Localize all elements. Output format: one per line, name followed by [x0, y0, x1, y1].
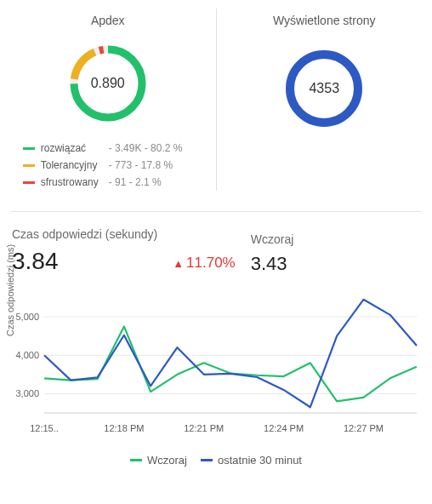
svg-text:12:18 PM: 12:18 PM — [104, 423, 144, 433]
apdex-legend-row: Tolerancyjny- 773 - 17.8 % — [23, 157, 193, 174]
response-value: 3.84 — [12, 248, 157, 275]
pageviews-ring: 4353 — [280, 44, 368, 133]
top-row: Apdex 0.890 rozwiązać- 3.49K - 80.2 %Tol… — [0, 0, 432, 201]
pageviews-value: 4353 — [280, 44, 368, 133]
legend-value: - 773 - 17.8 % — [109, 159, 173, 171]
legend-swatch — [23, 181, 35, 184]
legend-label: Wczoraj — [147, 454, 187, 467]
y-axis-label: Czas odpowiedzi (ms) — [5, 244, 15, 336]
response-delta: ▲ 11.70% — [173, 255, 236, 272]
divider — [10, 211, 422, 212]
line-chart-legend: Wczorajostatnie 30 minut — [12, 454, 420, 467]
response-title: Czas odpowiedzi (sekundy) — [12, 227, 157, 241]
pageviews-panel: Wyświetlone strony 4353 — [217, 9, 433, 191]
legend-label: Tolerancyjny — [41, 159, 109, 171]
legend-value: - 3.49K - 80.2 % — [109, 142, 183, 154]
response-chart: Czas odpowiedzi (ms) 3,0004,0005,00012:1… — [7, 285, 423, 438]
legend-value: - 91 - 2.1 % — [109, 176, 162, 188]
legend-swatch — [201, 459, 213, 461]
response-section: Czas odpowiedzi (sekundy) 3.84 ▲ 11.70% … — [0, 227, 432, 467]
svg-text:12:24 PM: 12:24 PM — [264, 423, 304, 433]
response-compare-value: 3.43 — [251, 253, 294, 275]
pageviews-title: Wyświetlone strony — [273, 14, 375, 27]
legend-label: rozwiązać — [41, 142, 109, 154]
svg-text:5,000: 5,000 — [15, 312, 39, 322]
svg-text:12:15..: 12:15.. — [30, 423, 59, 433]
svg-text:3,000: 3,000 — [15, 388, 39, 398]
legend-swatch — [23, 164, 35, 167]
response-metrics: Czas odpowiedzi (sekundy) 3.84 ▲ 11.70% … — [12, 227, 420, 275]
legend-label: ostatnie 30 minut — [218, 454, 302, 467]
apdex-donut: 0.890 — [64, 39, 152, 128]
response-delta-value: 11.70% — [186, 255, 236, 272]
legend-swatch — [130, 459, 142, 461]
legend-label: sfrustrowany — [41, 176, 109, 188]
line-legend-item: Wczoraj — [130, 454, 187, 467]
apdex-legend: rozwiązać- 3.49K - 80.2 %Tolerancyjny- 7… — [23, 140, 193, 191]
response-current: Czas odpowiedzi (sekundy) 3.84 — [12, 227, 157, 275]
response-compare-title: Wczoraj — [251, 232, 294, 246]
response-compare: Wczoraj 3.43 — [251, 232, 294, 275]
legend-swatch — [23, 147, 35, 150]
svg-text:12:27 PM: 12:27 PM — [344, 423, 384, 433]
apdex-legend-row: sfrustrowany- 91 - 2.1 % — [23, 174, 193, 191]
apdex-panel: Apdex 0.890 rozwiązać- 3.49K - 80.2 %Tol… — [0, 9, 217, 191]
apdex-score: 0.890 — [64, 39, 152, 128]
svg-text:4,000: 4,000 — [15, 350, 39, 360]
apdex-title: Apdex — [91, 14, 125, 27]
apdex-legend-row: rozwiązać- 3.49K - 80.2 % — [23, 140, 193, 157]
arrow-up-icon: ▲ — [173, 257, 184, 270]
svg-text:12:21 PM: 12:21 PM — [184, 423, 224, 433]
line-legend-item: ostatnie 30 minut — [201, 454, 302, 467]
